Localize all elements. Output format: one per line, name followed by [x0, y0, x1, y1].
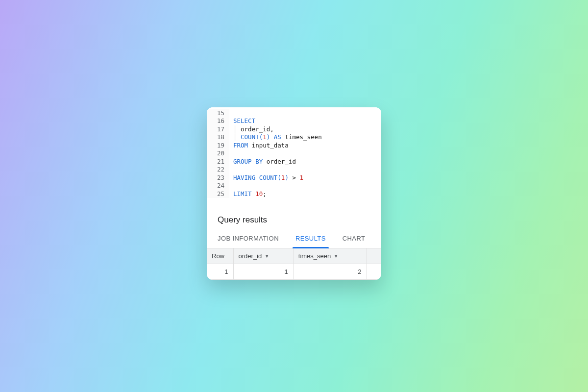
- code-line[interactable]: GROUP BY order_id: [233, 158, 322, 166]
- code-line[interactable]: │ COUNT(1) AS times_seen: [233, 133, 322, 142]
- sort-icon[interactable]: ▼: [334, 254, 338, 259]
- line-number: 17: [207, 125, 224, 134]
- code-line[interactable]: HAVING COUNT(1) > 1: [233, 174, 322, 182]
- line-number: 20: [207, 149, 224, 158]
- code-line[interactable]: │ order_id,: [233, 125, 322, 134]
- code-line[interactable]: LIMIT 10;: [233, 190, 322, 198]
- line-number: 22: [207, 166, 224, 174]
- results-table: Roworder_id▼times_seen▼ 112: [207, 248, 381, 280]
- code-line[interactable]: [233, 166, 322, 174]
- line-number: 23: [207, 174, 224, 182]
- code-area[interactable]: SELECT│ order_id,│ COUNT(1) AS times_see…: [229, 109, 322, 198]
- query-panel: 1516171819202122232425 SELECT│ order_id,…: [207, 107, 381, 280]
- code-line[interactable]: [233, 109, 322, 118]
- results-tabs: JOB INFORMATIONRESULTSCHART: [207, 230, 381, 248]
- line-number: 19: [207, 142, 224, 150]
- line-number: 18: [207, 133, 224, 142]
- tab-job-info[interactable]: JOB INFORMATION: [218, 230, 279, 248]
- column-header-row: Row: [207, 248, 233, 264]
- line-number-gutter: 1516171819202122232425: [207, 109, 229, 198]
- sql-editor[interactable]: 1516171819202122232425 SELECT│ order_id,…: [207, 107, 381, 209]
- line-number: 21: [207, 158, 224, 166]
- line-number: 15: [207, 109, 224, 118]
- column-header-spacer: [367, 248, 381, 264]
- code-line[interactable]: [233, 149, 322, 158]
- code-line[interactable]: [233, 182, 322, 190]
- cell-times_seen: 2: [293, 264, 367, 280]
- column-header-order_id[interactable]: order_id▼: [233, 248, 293, 264]
- line-number: 24: [207, 182, 224, 190]
- line-number: 16: [207, 117, 224, 125]
- table-row[interactable]: 112: [207, 264, 381, 280]
- column-label: times_seen: [298, 252, 331, 260]
- column-label: order_id: [239, 252, 262, 260]
- tab-results[interactable]: RESULTS: [295, 230, 326, 248]
- cell-spacer: [367, 264, 381, 280]
- cell-order_id: 1: [233, 264, 293, 280]
- code-line[interactable]: SELECT: [233, 117, 322, 125]
- line-number: 25: [207, 190, 224, 198]
- code-line[interactable]: FROM input_data: [233, 142, 322, 150]
- column-header-times_seen[interactable]: times_seen▼: [293, 248, 367, 264]
- column-label: Row: [212, 252, 224, 260]
- results-header: Query results: [207, 209, 381, 230]
- tab-chart[interactable]: CHART: [343, 230, 366, 248]
- cell-row: 1: [207, 264, 233, 280]
- sort-icon[interactable]: ▼: [265, 254, 269, 259]
